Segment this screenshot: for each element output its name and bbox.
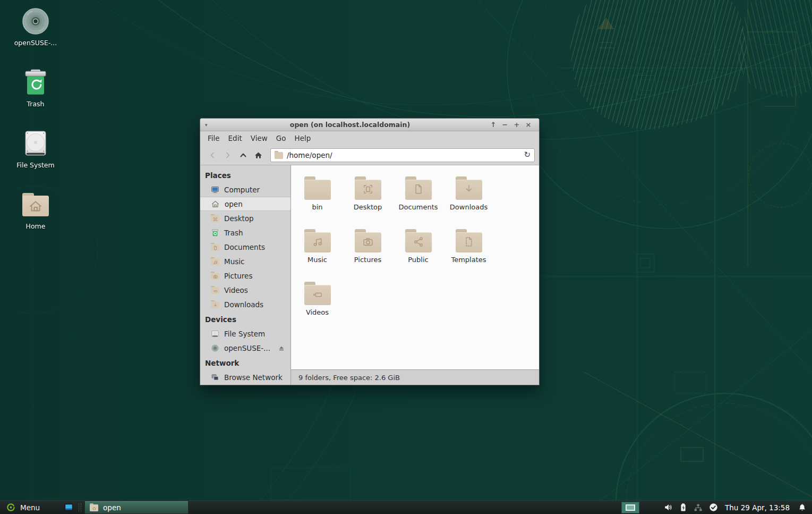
emblem-camera-icon (362, 236, 374, 248)
folder-icon (405, 229, 432, 252)
emblem-document-icon (413, 183, 424, 195)
file-name: bin (312, 203, 322, 211)
desktop-icon-label: Home (26, 222, 46, 230)
taskbar-window-label: open (103, 503, 121, 512)
sidebar-item-trash[interactable]: Trash (200, 225, 290, 240)
computer-icon (211, 186, 219, 194)
folder-icon (211, 214, 219, 222)
desktop-icon-label: openSUSE-... (14, 39, 57, 47)
folder-icon (304, 282, 331, 305)
file-name: Desktop (354, 203, 382, 211)
file-item-videos[interactable]: Videos (292, 279, 343, 332)
close-icon[interactable]: × (523, 119, 534, 131)
forward-icon[interactable] (220, 148, 235, 162)
file-item-desktop[interactable]: Desktop (343, 174, 393, 226)
folder-icon (211, 300, 219, 308)
up-icon[interactable] (235, 148, 251, 162)
file-item-templates[interactable]: Templates (443, 226, 494, 279)
menu-edit[interactable]: Edit (224, 132, 246, 144)
sidebar: PlacesComputeropenDesktopTrashDocumentsM… (200, 165, 291, 385)
window-menu-arrow-icon[interactable]: ▾ (205, 122, 212, 128)
path-bar[interactable]: /home/open/ ↻ (270, 148, 535, 162)
toolbar: /home/open/ ↻ (200, 145, 539, 165)
desktop-icon-home[interactable]: Home (0, 191, 71, 252)
sidebar-item-videos[interactable]: Videos (200, 283, 290, 297)
workspace-pager[interactable] (621, 502, 639, 513)
file-item-public[interactable]: Public (393, 226, 443, 279)
eject-icon[interactable] (278, 344, 285, 352)
reload-icon[interactable]: ↻ (524, 151, 531, 159)
file-item-downloads[interactable]: Downloads (443, 174, 494, 226)
path-text[interactable]: /home/open/ (287, 151, 520, 159)
desktop-display-icon[interactable] (64, 503, 73, 511)
desktop-icon-file-system[interactable]: File System (0, 130, 71, 191)
folder-icon (304, 229, 331, 252)
menu-button[interactable]: Menu (0, 501, 45, 514)
sidebar-item-browse-network[interactable]: Browse Network (200, 370, 290, 384)
sidebar-item-opensuse[interactable]: openSUSE-... (200, 341, 290, 355)
file-item-pictures[interactable]: Pictures (343, 226, 393, 279)
file-manager-window: ▾ open (on localhost.localdomain) ↑−+× F… (200, 118, 540, 385)
clock[interactable]: Thu 29 Apr, 13:58 (725, 503, 790, 512)
shade-icon[interactable]: ↑ (488, 119, 499, 131)
file-item-documents[interactable]: Documents (393, 174, 443, 226)
trash-icon (211, 229, 219, 237)
taskbar: Menu open Thu 29 Apr, 13:58 (0, 500, 812, 514)
menu-help[interactable]: Help (290, 132, 315, 144)
file-name: Public (408, 256, 428, 264)
file-name: Videos (306, 308, 329, 316)
file-item-music[interactable]: Music (292, 226, 343, 279)
files-pane: binDesktopDocumentsDownloadsMusicPicture… (291, 165, 539, 385)
desktop-icon-trash[interactable]: Trash (0, 69, 71, 130)
folder-music-icon (211, 257, 219, 265)
sidebar-item-open[interactable]: open (200, 197, 290, 211)
sidebar-item-music[interactable]: Music (200, 254, 290, 268)
optical-disc-icon (22, 7, 49, 35)
emblem-document-icon (213, 246, 218, 250)
sidebar-item-computer[interactable]: Computer (200, 182, 290, 197)
sidebar-item-downloads[interactable]: Downloads (200, 297, 290, 311)
volume-icon[interactable] (664, 503, 673, 512)
emblem-desktop-icon (213, 217, 218, 222)
optical-disc-icon (211, 344, 219, 352)
window-titlebar[interactable]: ▾ open (on localhost.localdomain) ↑−+× (200, 119, 539, 131)
sidebar-item-pictures[interactable]: Pictures (200, 268, 290, 283)
desktop-icon-opensuse[interactable]: openSUSE-... (0, 7, 71, 69)
sidebar-item-documents[interactable]: Documents (200, 240, 290, 254)
folder-documents-icon (211, 243, 219, 251)
emblem-video-icon (213, 289, 218, 293)
menu-view[interactable]: View (246, 132, 272, 144)
sidebar-item-file-system[interactable]: File System (200, 326, 290, 341)
minimize-icon[interactable]: − (499, 119, 511, 131)
updates-check-icon[interactable] (709, 503, 718, 512)
home-folder-small-icon (90, 503, 98, 511)
folder-icon (211, 272, 219, 280)
menu-go[interactable]: Go (272, 132, 290, 144)
menu-file[interactable]: File (203, 132, 224, 144)
taskbar-window-button[interactable]: open (84, 501, 189, 514)
folder-icon (456, 229, 482, 252)
emblem-video-icon (312, 289, 323, 300)
desktop-icon-label: Trash (27, 100, 44, 108)
file-item-bin[interactable]: bin (292, 174, 343, 226)
back-icon[interactable] (204, 148, 220, 162)
file-name: Downloads (450, 203, 488, 211)
trash-icon (22, 69, 49, 96)
sidebar-header-devices: Devices (200, 314, 290, 326)
sidebar-item-desktop[interactable]: Desktop (200, 211, 290, 225)
folder-icon (211, 286, 219, 294)
wired-network-icon[interactable] (694, 503, 703, 512)
workspace-pager-active (626, 504, 635, 511)
battery-icon[interactable] (679, 503, 687, 512)
home-icon[interactable] (251, 148, 266, 162)
folder-icon (355, 229, 381, 252)
sidebar-header-network: Network (200, 357, 290, 370)
notification-bell-icon[interactable] (798, 503, 806, 512)
maximize-icon[interactable]: + (511, 119, 523, 131)
emblem-download-icon (463, 183, 475, 195)
status-bar: 9 folders, Free space: 2.6 GiB (291, 369, 539, 385)
tasklist-handle[interactable] (79, 503, 81, 512)
emblem-music-icon (312, 236, 323, 248)
path-folder-icon (275, 151, 283, 159)
file-name: Templates (451, 256, 486, 264)
